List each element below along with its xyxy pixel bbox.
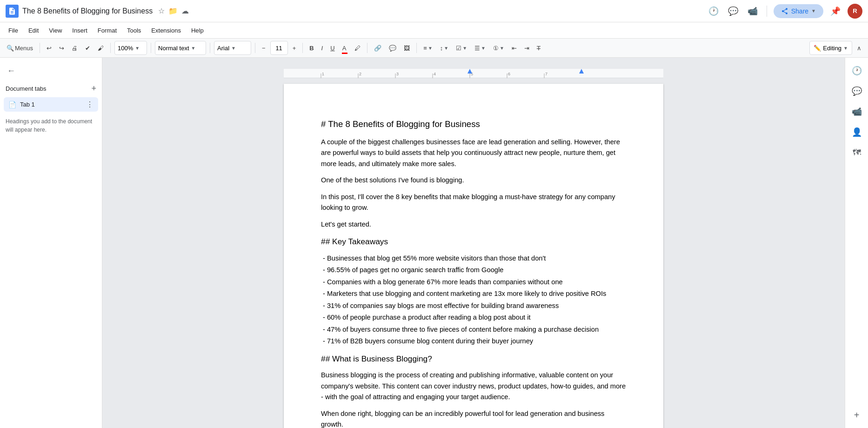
- indent-increase-button[interactable]: ⇥: [521, 41, 532, 55]
- menu-bar: File Edit View Insert Format Tools Exten…: [0, 22, 868, 38]
- editing-mode-select[interactable]: ✏️ Editing ▼: [809, 41, 852, 55]
- history-panel-icon[interactable]: 🕐: [848, 61, 866, 80]
- bullet-item-4: - 31% of companies say blogs are most ef…: [321, 301, 626, 311]
- sidebar-back-button[interactable]: ←: [4, 63, 19, 78]
- doc-intro4: Let's get started.: [321, 219, 626, 230]
- link-button[interactable]: 🔗: [371, 41, 384, 55]
- top-right-actions: 🕐 💬 📹 Share ▼ 📌 R: [706, 4, 862, 19]
- font-size-decrease[interactable]: −: [259, 41, 268, 55]
- redo-button[interactable]: ↪: [56, 41, 67, 55]
- menu-file[interactable]: File: [4, 25, 23, 36]
- doc-intro3: In this post, I'll cover the 8 key benef…: [321, 192, 626, 214]
- sep1: [40, 43, 40, 53]
- italic-button[interactable]: I: [319, 41, 326, 55]
- tab-1-item[interactable]: 📄 Tab 1 ⋮: [4, 97, 98, 112]
- bullet-list-button[interactable]: ☰ ▼: [472, 41, 488, 55]
- indent-decrease-button[interactable]: ⇤: [509, 41, 520, 55]
- map-panel-icon[interactable]: 🗺: [848, 143, 866, 162]
- svg-text:6: 6: [508, 72, 510, 76]
- doc-bullets: - Businesses that blog get 55% more webs…: [321, 253, 626, 347]
- sep3: [151, 43, 151, 53]
- doc-intro2: One of the best solutions I've found is …: [321, 175, 626, 186]
- print-button[interactable]: 🖨: [69, 41, 80, 55]
- menu-tools[interactable]: Tools: [122, 25, 146, 36]
- menu-edit[interactable]: Edit: [24, 25, 43, 36]
- search-icon: 🔍: [7, 45, 14, 52]
- svg-text:7: 7: [545, 72, 548, 76]
- sep7: [367, 43, 367, 53]
- person-panel-icon[interactable]: 👤: [848, 123, 866, 141]
- bullet-item-7: - 71% of B2B buyers consume blog content…: [321, 336, 626, 347]
- zoom-select[interactable]: 100% ▼: [114, 41, 147, 55]
- add-panel-icon[interactable]: +: [848, 406, 866, 424]
- bullet-item-3: - Marketers that use blogging and conten…: [321, 288, 626, 299]
- sidebar-header: Document tabs +: [4, 84, 98, 94]
- bullet-item-5: - 60% of people purchase a product after…: [321, 312, 626, 323]
- comment-button[interactable]: 💬: [386, 41, 399, 55]
- font-size-box[interactable]: 11: [270, 41, 288, 55]
- menus-label: Menus: [15, 45, 33, 52]
- page-content: # The 8 Benefits of Blogging for Busines…: [321, 117, 626, 428]
- bullet-item-2: - Companies with a blog generate 67% mor…: [321, 277, 626, 288]
- menu-help[interactable]: Help: [187, 25, 208, 36]
- share-label: Share: [791, 7, 808, 15]
- align-button[interactable]: ≡ ▼: [421, 41, 435, 55]
- ruler-marks: 1 2 3 4 5 6 7: [284, 69, 663, 78]
- menus-button[interactable]: 🔍 Menus: [4, 41, 36, 55]
- share-button[interactable]: Share ▼: [774, 4, 823, 18]
- image-button[interactable]: 🖼: [401, 41, 413, 55]
- undo-button[interactable]: ↩: [44, 41, 54, 55]
- collapse-toolbar-button[interactable]: ∧: [854, 41, 864, 55]
- document-area[interactable]: 1 2 3 4 5 6 7: [102, 58, 845, 428]
- right-panel: 🕐 💬 📹 👤 🗺 +: [845, 58, 868, 428]
- history-icon[interactable]: 🕐: [706, 4, 721, 19]
- top-bar: The 8 Benefits of Blogging for Business …: [0, 0, 868, 22]
- video-panel-icon[interactable]: 📹: [848, 102, 866, 121]
- numbered-list-button[interactable]: ① ▼: [490, 41, 507, 55]
- svg-text:4: 4: [434, 72, 436, 76]
- line-spacing-button[interactable]: ↕ ▼: [437, 41, 451, 55]
- font-chevron: ▼: [231, 46, 236, 51]
- text-color-button[interactable]: A: [340, 41, 350, 55]
- menu-insert[interactable]: Insert: [67, 25, 92, 36]
- cloud-icon[interactable]: ☁: [181, 7, 189, 15]
- meet-icon[interactable]: 📹: [745, 4, 760, 19]
- toolbar: 🔍 Menus ↩ ↪ 🖨 ✔ 🖌 100% ▼ Normal text ▼ A…: [0, 38, 868, 58]
- bold-button[interactable]: B: [307, 41, 316, 55]
- menu-format[interactable]: Format: [93, 25, 121, 36]
- star-icon[interactable]: ☆: [158, 7, 165, 15]
- spellcheck-button[interactable]: ✔: [82, 41, 93, 55]
- sep6: [302, 43, 303, 53]
- font-value: Arial: [217, 45, 229, 52]
- svg-text:3: 3: [396, 72, 399, 76]
- highlight-button[interactable]: 🖊: [352, 41, 363, 55]
- svg-text:1: 1: [322, 72, 324, 76]
- underline-button[interactable]: U: [327, 41, 337, 55]
- comments-icon[interactable]: 💬: [726, 4, 741, 19]
- chat-panel-icon[interactable]: 💬: [848, 82, 866, 100]
- zoom-chevron: ▼: [135, 46, 140, 51]
- clear-formatting-button[interactable]: T̶: [534, 41, 543, 55]
- sep8: [416, 43, 417, 53]
- title-icons: ☆ 📁 ☁: [158, 7, 189, 15]
- pin-icon[interactable]: 📌: [828, 4, 843, 19]
- add-tab-button[interactable]: +: [91, 84, 96, 94]
- checklist-button[interactable]: ☑ ▼: [453, 41, 470, 55]
- font-select[interactable]: Arial ▼: [214, 41, 251, 55]
- sep5: [255, 43, 255, 53]
- text-style-chevron: ▼: [191, 46, 196, 51]
- font-size-increase[interactable]: +: [290, 41, 299, 55]
- folder-icon[interactable]: 📁: [168, 7, 178, 15]
- paint-format-button[interactable]: 🖌: [95, 41, 107, 55]
- bullet-item-0: - Businesses that blog get 55% more webs…: [321, 253, 626, 264]
- tab-more-button[interactable]: ⋮: [86, 100, 93, 109]
- font-size-value: 11: [275, 45, 282, 52]
- sep4: [210, 43, 210, 53]
- toolbar-right: ✏️ Editing ▼ ∧: [809, 41, 864, 55]
- menu-extensions[interactable]: Extensions: [147, 25, 186, 36]
- menu-view[interactable]: View: [44, 25, 67, 36]
- tab-doc-icon: 📄: [8, 101, 16, 108]
- doc-section1-heading: ## Key Takeaways: [321, 235, 626, 248]
- avatar[interactable]: R: [848, 4, 862, 19]
- text-style-select[interactable]: Normal text ▼: [155, 41, 206, 55]
